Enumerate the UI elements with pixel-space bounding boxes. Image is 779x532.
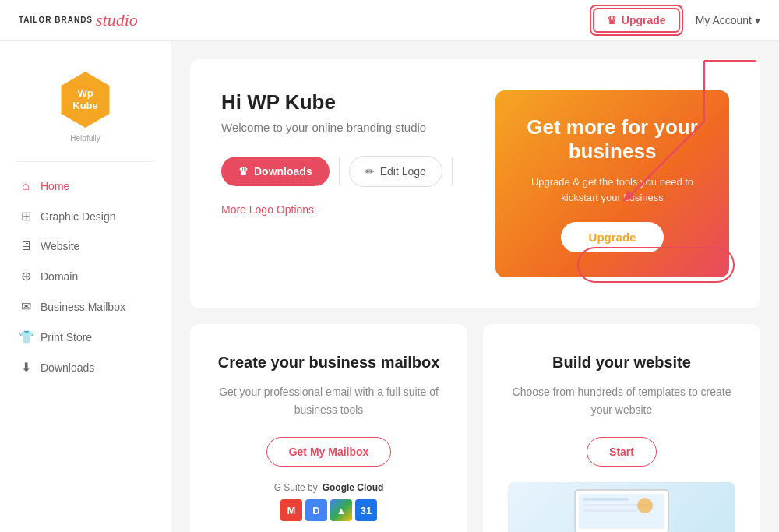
mailbox-card-text: Get your professional email with a full … [215, 383, 442, 418]
sidebar-item-print-store[interactable]: 👕 Print Store [0, 322, 171, 352]
drive-icon: ▲ [330, 499, 352, 521]
domain-icon: ⊕ [19, 269, 33, 284]
upgrade-banner-button[interactable]: Upgrade [561, 222, 664, 252]
brand-logo-hex: Wp Kube [58, 72, 114, 128]
svg-rect-10 [583, 509, 637, 512]
sidebar-item-business-mailbox[interactable]: ✉ Business Mailbox [0, 291, 171, 322]
edit-logo-button[interactable]: ✏ Edit Logo [349, 156, 442, 187]
downloads-btn-label: Downloads [254, 165, 312, 178]
header: TAILOR BRANDS studio ♛ Upgrade My Accoun… [0, 0, 779, 41]
upgrade-label: Upgrade [622, 14, 666, 26]
welcome-card: Hi WP Kube Welcome to your online brandi… [190, 59, 760, 308]
mailbox-card-title: Create your business mailbox [215, 352, 442, 372]
website-card-title: Build your website [508, 352, 735, 372]
website-illustration [508, 482, 735, 532]
logo-tagline: Helpfully [70, 134, 100, 143]
crown-icon-downloads: ♛ [238, 165, 249, 178]
welcome-left: Hi WP Kube Welcome to your online brandi… [221, 90, 495, 217]
my-account-label: My Account [696, 14, 752, 26]
home-icon: ⌂ [19, 179, 33, 193]
main-content: Hi WP Kube Welcome to your online brandi… [171, 41, 779, 532]
google-cloud-label: Google Cloud [323, 482, 384, 493]
calendar-icon: 31 [355, 499, 377, 521]
sidebar-item-label-downloads: Downloads [41, 361, 94, 374]
edit-logo-btn-label: Edit Logo [380, 165, 426, 178]
upgrade-banner-description: Upgrade & get the tools you need to kick… [517, 174, 707, 205]
sidebar-item-label-graphic-design: Graphic Design [41, 210, 116, 223]
start-website-button[interactable]: Start [587, 437, 657, 467]
chevron-down-icon: ▾ [755, 14, 760, 26]
welcome-subtitle: Welcome to your online branding studio [221, 121, 495, 134]
svg-point-11 [637, 498, 653, 513]
gsuite-branding: G Suite by Google Cloud [215, 482, 442, 493]
sidebar-divider [16, 161, 155, 162]
svg-rect-8 [583, 498, 629, 501]
website-card: Build your website Choose from hundreds … [483, 324, 760, 532]
sidebar: Wp Kube Helpfully ⌂ Home ⊞ Graphic Desig… [0, 41, 171, 532]
pencil-icon: ✏ [365, 165, 375, 178]
sidebar-nav: ⌂ Home ⊞ Graphic Design 🖥 Website ⊕ [0, 171, 171, 382]
welcome-actions: ♛ Downloads ✏ Edit Logo [221, 156, 495, 187]
brand-name-top: TAILOR BRANDS [19, 16, 93, 24]
mailbox-card: Create your business mailbox Get your pr… [190, 324, 467, 532]
sidebar-logo-area: Wp Kube Helpfully [0, 59, 171, 161]
graphic-design-icon: ⊞ [19, 209, 33, 224]
downloads-button[interactable]: ♛ Downloads [221, 157, 330, 186]
sidebar-item-graphic-design[interactable]: ⊞ Graphic Design [0, 201, 171, 231]
welcome-title: Hi WP Kube [221, 90, 495, 115]
action-divider-2 [452, 157, 453, 185]
sidebar-item-label-print-store: Print Store [41, 331, 92, 344]
layout: Wp Kube Helpfully ⌂ Home ⊞ Graphic Desig… [0, 0, 779, 532]
upgrade-banner-title: Get more for your business [517, 115, 707, 164]
website-icon: 🖥 [19, 239, 33, 253]
sidebar-item-downloads[interactable]: ⬇ Downloads [0, 352, 171, 382]
upgrade-button-header[interactable]: ♛ Upgrade [593, 8, 680, 33]
sidebar-item-home[interactable]: ⌂ Home [0, 171, 171, 201]
laptop-svg [559, 486, 684, 532]
upgrade-banner: Get more for your business Upgrade & get… [495, 90, 729, 277]
sidebar-item-website[interactable]: 🖥 Website [0, 231, 171, 261]
print-store-icon: 👕 [19, 329, 33, 344]
sidebar-item-label-domain: Domain [41, 270, 78, 283]
upgrade-btn-wrapper: ♛ Upgrade [590, 5, 683, 36]
header-right: ♛ Upgrade My Account ▾ [590, 5, 760, 36]
sidebar-item-label-mailbox: Business Mailbox [41, 301, 125, 313]
docs-icon: D [305, 499, 327, 521]
sidebar-item-label-website: Website [41, 240, 79, 252]
more-logo-options-link[interactable]: More Logo Options [221, 203, 314, 216]
get-my-mailbox-button[interactable]: Get My Mailbox [266, 437, 392, 467]
bottom-cards: Create your business mailbox Get your pr… [190, 324, 760, 532]
crown-icon: ♛ [607, 14, 617, 26]
action-divider [339, 157, 340, 185]
downloads-icon: ⬇ [19, 360, 33, 375]
my-account-menu[interactable]: My Account ▾ [696, 14, 760, 26]
brand-logo: TAILOR BRANDS studio [19, 10, 138, 30]
gsuite-icons-row: M D ▲ 31 [215, 499, 442, 521]
sidebar-item-label-home: Home [41, 180, 69, 192]
logo-text-line2: Kube [72, 100, 98, 112]
logo-text-line1: Wp [77, 87, 93, 100]
gmail-icon: M [280, 499, 302, 521]
mailbox-icon: ✉ [19, 299, 33, 314]
brand-name-studio: studio [96, 10, 138, 30]
website-card-text: Choose from hundreds of templates to cre… [508, 383, 735, 418]
sidebar-item-domain[interactable]: ⊕ Domain [0, 261, 171, 291]
gsuite-label: G Suite by [274, 482, 318, 493]
